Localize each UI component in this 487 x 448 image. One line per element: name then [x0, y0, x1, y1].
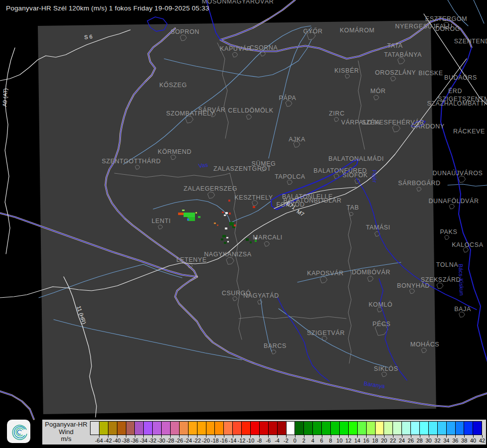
county-label: Fejér: [372, 170, 378, 183]
legend-tick-value: -8: [257, 438, 262, 444]
city-label: SOPRON: [171, 28, 199, 35]
city-label: BUDAÖRS: [444, 74, 477, 81]
legend-tick-value: 2: [302, 438, 305, 444]
legend-color-cell: [313, 422, 322, 435]
legend-tick-value: -16: [220, 438, 228, 444]
legend-color-cell: [447, 422, 456, 435]
city-label: ZALASZENTGRÓT: [213, 165, 271, 172]
legend-tick-value: 26: [408, 438, 414, 444]
legend-color-cell: [269, 422, 278, 435]
road-label: A9 (AT): [1, 88, 8, 107]
legend-tick-value: -6: [266, 438, 271, 444]
legend-color-cell: [251, 422, 260, 435]
legend-tick-value: 18: [372, 438, 378, 444]
radar-echo: [224, 242, 226, 244]
city-label: GYŐR: [303, 27, 322, 35]
city-label: SZÁZHALOMBATTA: [427, 100, 487, 107]
city-label: BAJA: [454, 306, 471, 313]
legend-color-cell: [242, 422, 251, 435]
city-label: TOLNA: [436, 261, 459, 268]
city-label: ESZTERGOM: [425, 15, 468, 22]
legend-color-cell: [233, 422, 242, 435]
city-label: SZOMBATHELY: [166, 110, 215, 117]
legend-tick-value: -30: [157, 438, 165, 444]
city-label: TAPOLCA: [275, 173, 305, 180]
city-label: KAPOSVÁR: [307, 269, 344, 277]
legend-tick-value: 4: [311, 438, 314, 444]
city-label: ZALAEGERSZEG: [184, 185, 237, 192]
city-label: SÁRBOGÁRD: [398, 179, 440, 187]
city-label: KESZTHELY: [234, 194, 273, 201]
legend-tick-value: -36: [131, 438, 139, 444]
legend-tick-value: -24: [184, 438, 192, 444]
city-label: SZENTENDRE: [454, 38, 487, 45]
legend-product-label: Poganyvar-HR: [42, 421, 90, 429]
legend-tick-value: 0: [293, 438, 296, 444]
city-label: LENTI: [152, 218, 171, 224]
legend-color-cell: [429, 422, 438, 435]
legend-color-cell: [340, 422, 349, 435]
city-label: BARCS: [264, 342, 287, 349]
legend-tick-value: 28: [417, 438, 423, 444]
radar-echo: [227, 241, 229, 242]
radar-domain: [38, 20, 436, 414]
city-label: KOMÁROM: [340, 26, 375, 34]
legend-tick-value: -20: [202, 438, 210, 444]
legend-tick-value: -10: [246, 438, 254, 444]
legend-tick-value: -22: [193, 438, 201, 444]
legend-tick-value: 24: [399, 438, 405, 444]
city-label: DUNAÚJVÁROS: [432, 169, 483, 177]
legend-color-cell: [215, 422, 224, 435]
legend-tick-value: 42: [479, 438, 485, 444]
radar-echo: [250, 241, 252, 243]
legend-tick-value: -34: [140, 438, 148, 444]
city-label: PÁPA: [279, 94, 296, 102]
legend-tick-value: 40: [470, 438, 476, 444]
legend-tick-value: 36: [452, 438, 458, 444]
radar-echo: [229, 213, 231, 215]
city-label: KALOCSA: [452, 241, 483, 248]
legend-tick-value: -2: [284, 438, 289, 444]
legend-unit-label: m/s: [42, 436, 90, 443]
radar-echo: [226, 237, 228, 238]
legend-tick-value: 10: [336, 438, 342, 444]
city-label: RÁCKEVE: [453, 127, 485, 135]
city-label: CSORNA: [249, 44, 278, 51]
legend-color-cell: [376, 422, 385, 435]
radar-echo: [253, 206, 255, 208]
city-label: MARCALI: [253, 234, 283, 241]
legend-tick-value: 30: [425, 438, 431, 444]
legend-tick-value: 34: [443, 438, 449, 444]
legend-color-cell: [224, 422, 233, 435]
city-label: SIÓFOK: [343, 171, 368, 179]
city-label: TAB: [346, 204, 359, 211]
city-label: KAPUVÁR: [220, 45, 252, 52]
legend-tick-value: -26: [175, 438, 183, 444]
radar-echo: [221, 238, 223, 240]
radar-echo: [178, 213, 184, 215]
legend-color-cell: [349, 422, 358, 435]
legend-color-cell: [91, 422, 99, 435]
legend-panel: Poganyvar-HR Wind m/s -64-42-40-38-36-34…: [42, 419, 487, 445]
city-label: MOHÁCS: [410, 340, 439, 348]
city-label: BALATONALMÁDI: [328, 155, 384, 162]
legend-color-cell: [304, 422, 313, 435]
legend-color-cell: [456, 422, 465, 435]
radar-map: MOSONMAGYARÓVÁRSOPRONGYŐRKOMÁROMNYERGESÚ…: [0, 0, 487, 448]
city-label: ZIRC: [329, 110, 345, 117]
legend-color-cell: [126, 422, 135, 435]
city-label: SZENTGOTTHÁRD: [102, 157, 161, 165]
legend-parameter-label: Wind: [42, 429, 90, 436]
radar-echo: [187, 219, 189, 221]
city-label: KISBÉR: [334, 67, 359, 74]
legend-color-cell: [117, 422, 126, 435]
road-label: S 6: [84, 33, 93, 40]
legend-tick-value: 14: [354, 438, 360, 444]
radar-echo: [228, 200, 230, 202]
legend-color-cell: [402, 422, 411, 435]
legend-tick-value: -28: [166, 438, 174, 444]
city-label: DOMBÓVÁR: [352, 268, 390, 276]
legend-color-cell: [367, 422, 376, 435]
app-logo: [7, 420, 30, 443]
legend-tick-value: 38: [461, 438, 467, 444]
